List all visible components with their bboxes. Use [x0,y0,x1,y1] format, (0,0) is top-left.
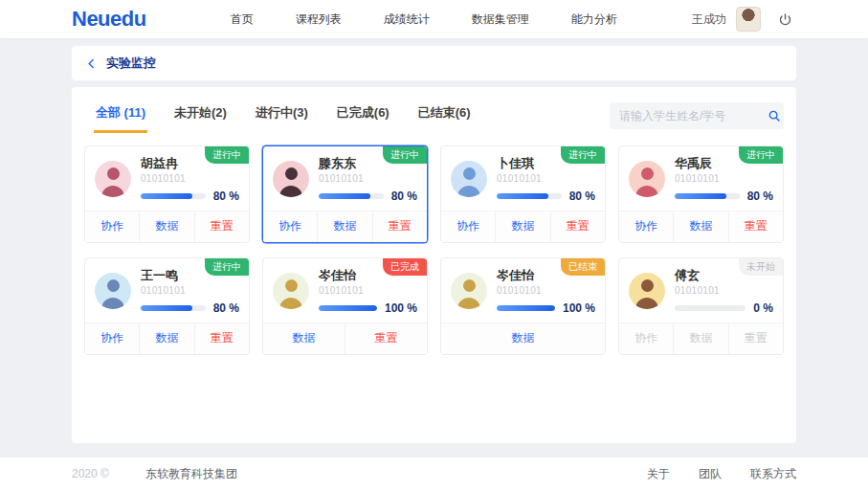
card-action-btn[interactable]: 协作 [441,212,495,242]
card-actions: 协作数据重置 [85,211,249,242]
student-id: 01010101 [675,284,773,297]
progress-percent: 80 % [391,189,417,203]
student-card-grid: 胡益冉 01010101 80 % 进行中 协作数据重置 滕东东 0101010… [84,145,784,355]
progress-bar [141,193,206,199]
nav-item-0[interactable]: 首页 [231,11,254,28]
status-badge: 进行中 [205,146,249,164]
student-card[interactable]: 卜佳琪 01010101 80 % 进行中 协作数据重置 [440,145,606,243]
student-card[interactable]: 傅玄 01010101 0 % 未开始 协作数据重置 [618,257,784,355]
card-action-btn[interactable]: 数据 [495,212,549,242]
student-id: 01010101 [497,172,595,185]
card-action-btn[interactable]: 协作 [263,212,317,242]
student-avatar [629,273,665,309]
copyright-year: 2020 © [72,467,109,480]
page-footer: 2020 © 东软教育科技集团 关于团队联系方式 [0,457,868,490]
status-badge: 已完成 [383,258,427,276]
user-avatar[interactable] [736,7,761,32]
card-action-reset[interactable]: 重置 [194,212,249,242]
card-action-btn[interactable]: 数据 [139,323,193,354]
student-card[interactable]: 华禹辰 01010101 80 % 进行中 协作数据重置 [618,145,784,243]
tab-1[interactable]: 未开始(2) [172,99,229,133]
student-search-input[interactable] [619,109,768,122]
status-tabs: 全部 (11)未开始(2)进行中(3)已完成(6)已结束(6) [84,99,473,133]
student-avatar [273,161,309,197]
user-name: 王成功 [692,11,726,28]
card-action-reset[interactable]: 重置 [372,212,427,242]
card-action-btn[interactable]: 数据 [673,212,727,242]
student-card[interactable]: 岑佳怡 01010101 100 % 已完成 数据重置 [262,257,428,355]
breadcrumb: 实验监控 [72,46,796,80]
tab-0[interactable]: 全部 (11) [94,99,147,133]
student-avatar [451,161,487,197]
student-id: 01010101 [141,284,239,297]
card-action-reset[interactable]: 重置 [345,323,427,354]
progress-bar [141,305,206,311]
card-action-reset[interactable]: 重置 [728,212,783,242]
status-badge: 进行中 [561,146,605,164]
nav-item-2[interactable]: 成绩统计 [384,11,430,28]
progress-bar [319,305,377,311]
card-actions: 协作数据重置 [441,211,605,242]
tab-3[interactable]: 已完成(6) [335,99,391,133]
card-action-btn[interactable]: 协作 [619,212,673,242]
footer-link-2[interactable]: 联系方式 [750,466,796,482]
student-card[interactable]: 岑佳怡 01010101 100 % 已结束 数据 [440,257,606,355]
progress-bar [497,193,562,199]
student-id: 01010101 [141,172,239,185]
progress-percent: 80 % [747,189,773,203]
student-card[interactable]: 胡益冉 01010101 80 % 进行中 协作数据重置 [84,145,250,243]
nav-item-3[interactable]: 数据集管理 [472,11,529,28]
card-action-btn[interactable]: 数据 [263,323,345,354]
card-actions: 协作数据重置 [85,323,249,354]
student-id: 01010101 [319,284,417,297]
footer-link-0[interactable]: 关于 [647,466,670,482]
progress-percent: 100 % [563,301,595,315]
student-avatar [629,161,665,197]
student-id: 01010101 [497,284,595,297]
search-icon[interactable] [768,109,781,122]
progress-percent: 0 % [753,301,773,315]
main-nav: 首页课程列表成绩统计数据集管理能力分析 [231,11,617,28]
progress-percent: 80 % [213,301,239,315]
student-card[interactable]: 王一鸣 01010101 80 % 进行中 协作数据重置 [84,257,250,355]
card-action-btn: 数据 [673,323,727,354]
student-search-box [610,102,784,129]
card-actions: 数据重置 [263,323,427,354]
back-chevron-icon[interactable] [85,57,98,70]
power-logout-icon[interactable] [770,9,799,30]
nav-item-1[interactable]: 课程列表 [296,11,342,28]
card-action-btn: 协作 [619,323,673,354]
card-actions: 数据 [441,323,605,354]
student-id: 01010101 [319,172,417,185]
card-action-btn[interactable]: 数据 [441,323,605,354]
tab-2[interactable]: 进行中(3) [254,99,310,133]
card-action-reset: 重置 [728,323,783,354]
nav-item-4[interactable]: 能力分析 [571,11,617,28]
student-card[interactable]: 滕东东 01010101 80 % 进行中 协作数据重置 [262,145,428,243]
progress-bar [497,305,555,311]
student-avatar [95,273,131,309]
status-badge: 进行中 [383,146,427,164]
status-badge: 进行中 [205,258,249,276]
progress-percent: 80 % [213,189,239,203]
card-action-btn[interactable]: 协作 [85,323,139,354]
progress-bar [675,305,746,311]
progress-percent: 80 % [569,189,595,203]
top-header: Neuedu 首页课程列表成绩统计数据集管理能力分析 王成功 [0,0,868,38]
student-avatar [95,161,131,197]
tab-4[interactable]: 已结束(6) [416,99,473,133]
status-badge: 未开始 [739,258,783,276]
progress-percent: 100 % [385,301,417,315]
neuedu-logo: Neuedu [72,7,146,32]
card-action-btn[interactable]: 数据 [317,212,371,242]
experiment-monitor-panel: 全部 (11)未开始(2)进行中(3)已完成(6)已结束(6) 胡益冉 0101… [72,87,796,443]
card-action-reset[interactable]: 重置 [194,323,249,354]
card-action-btn[interactable]: 协作 [85,212,139,242]
footer-link-1[interactable]: 团队 [699,466,722,482]
card-actions: 协作数据重置 [619,323,783,354]
footer-links: 关于团队联系方式 [647,466,796,482]
student-id: 01010101 [675,172,773,185]
card-action-reset[interactable]: 重置 [550,212,605,242]
card-action-btn[interactable]: 数据 [139,212,193,242]
progress-bar [675,193,740,199]
